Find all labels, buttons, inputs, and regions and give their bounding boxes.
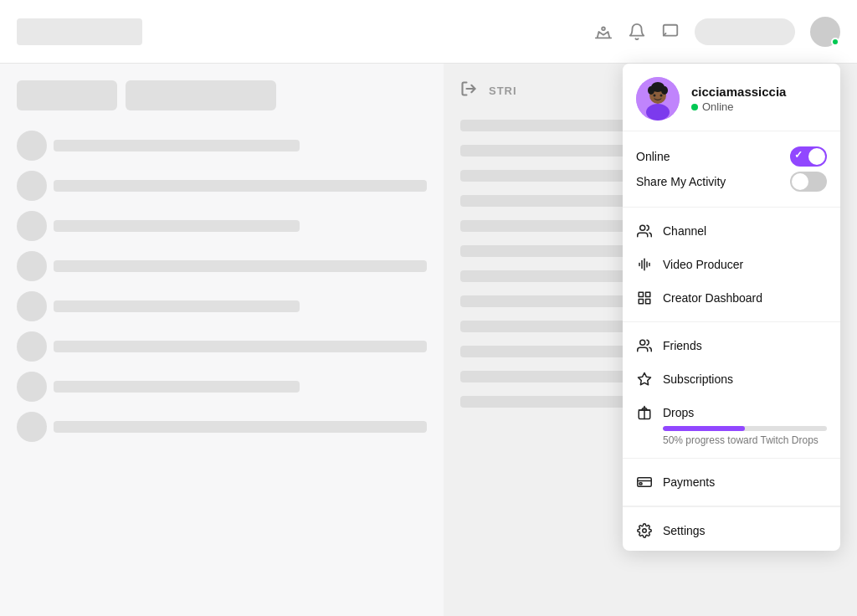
activity-toggle[interactable] (790, 172, 827, 192)
channel-avatar (17, 251, 47, 281)
svg-point-11 (640, 225, 645, 230)
sidebar (0, 64, 444, 616)
channel-name (54, 341, 427, 352)
list-item[interactable] (17, 330, 427, 363)
bell-icon[interactable] (628, 23, 646, 41)
payments-label: Payments (663, 475, 715, 489)
drops-progress-bg (663, 426, 827, 431)
channel-menu-item[interactable]: Channel (623, 214, 840, 248)
user-dropdown: cicciamassiccia Online Online Share My A… (623, 64, 840, 551)
toggle-knob (792, 173, 808, 190)
svg-point-21 (640, 340, 645, 345)
svg-rect-26 (639, 483, 642, 485)
payments-menu-item[interactable]: Payments (623, 465, 840, 499)
channel-avatar (17, 291, 47, 321)
svg-point-4 (646, 104, 670, 121)
drops-menu-item[interactable]: Drops (623, 396, 840, 424)
channel-name (54, 381, 300, 393)
list-item[interactable] (17, 290, 427, 323)
sign-out-icon[interactable] (460, 80, 477, 101)
social-menu-section: Friends Subscriptions (623, 322, 840, 459)
payments-icon (636, 474, 653, 490)
online-toggle-label: Online (636, 150, 670, 163)
header-icons (594, 17, 840, 47)
channel-avatar (17, 372, 47, 402)
header-avatar[interactable] (810, 17, 840, 47)
payments-menu-section: Payments (623, 459, 840, 506)
svg-rect-19 (639, 300, 643, 304)
list-item[interactable] (17, 209, 427, 243)
list-item[interactable] (17, 410, 427, 444)
list-item[interactable] (17, 249, 427, 283)
settings-section: Settings (623, 506, 840, 551)
channel-name (54, 421, 427, 433)
friends-label: Friends (663, 339, 702, 352)
dropdown-header: cicciamassiccia Online (623, 64, 840, 131)
svg-rect-20 (646, 300, 650, 304)
channel-avatar (17, 211, 47, 241)
friends-menu-item[interactable]: Friends (623, 329, 840, 362)
video-producer-menu-item[interactable]: Video Producer (623, 248, 840, 281)
dropdown-status-text: Online (702, 100, 734, 113)
list-item[interactable] (17, 370, 427, 403)
dropdown-avatar (636, 77, 680, 121)
sidebar-top-buttons (17, 80, 427, 110)
status-dot (691, 104, 698, 110)
activity-toggle-row: Share My Activity (636, 172, 827, 192)
drops-label: Drops (663, 406, 694, 419)
channel-avatar (17, 131, 47, 161)
online-toggle[interactable] (790, 146, 827, 167)
settings-menu-item[interactable]: Settings (623, 514, 840, 547)
channel-avatar (17, 412, 47, 442)
drops-progress-fill (663, 426, 745, 431)
creator-dashboard-label: Creator Dashboard (663, 291, 762, 305)
sidebar-button-1[interactable] (17, 80, 117, 110)
channel-name (54, 180, 427, 192)
settings-label: Settings (663, 524, 706, 537)
creator-dashboard-menu-item[interactable]: Creator Dashboard (623, 281, 840, 315)
activity-toggle-label: Share My Activity (636, 175, 726, 188)
svg-point-9 (654, 95, 656, 97)
logo[interactable] (17, 18, 142, 45)
search-placeholder (695, 18, 795, 45)
dropdown-user-info: cicciamassiccia Online (691, 85, 786, 113)
drops-progress-text: 50% progress toward Twitch Drops (663, 434, 827, 446)
toggle-section: Online Share My Activity (623, 131, 840, 208)
content-label: STRI (489, 85, 517, 97)
svg-marker-22 (639, 373, 651, 385)
subscriptions-label: Subscriptions (663, 372, 733, 386)
list-item[interactable] (17, 169, 427, 203)
header (0, 0, 857, 64)
online-indicator (831, 38, 839, 46)
svg-point-7 (648, 86, 654, 95)
channel-avatar (17, 331, 47, 362)
svg-point-10 (660, 95, 663, 97)
svg-point-0 (602, 27, 605, 30)
sidebar-button-2[interactable] (126, 80, 276, 110)
channel-name (54, 300, 300, 312)
subscriptions-icon (636, 371, 653, 388)
drops-icon (636, 404, 653, 421)
drops-progress: 50% progress toward Twitch Drops (623, 424, 840, 454)
video-producer-icon (636, 256, 653, 273)
svg-rect-18 (646, 292, 650, 296)
channel-name (54, 140, 300, 151)
toggle-knob (808, 148, 825, 165)
subscriptions-menu-item[interactable]: Subscriptions (623, 362, 840, 396)
crown-icon[interactable] (594, 23, 613, 41)
channel-avatar (17, 171, 47, 201)
svg-point-27 (643, 529, 647, 533)
svg-rect-17 (639, 292, 643, 296)
dropdown-status: Online (691, 100, 786, 113)
channel-icon (636, 223, 653, 239)
online-toggle-row: Online (636, 146, 827, 167)
channel-label: Channel (663, 224, 706, 238)
creator-menu-section: Channel Video Producer (623, 208, 840, 322)
dropdown-username: cicciamassiccia (691, 85, 786, 99)
channel-name (54, 260, 427, 272)
svg-point-8 (661, 86, 668, 95)
list-item[interactable] (17, 129, 427, 162)
video-producer-label: Video Producer (663, 258, 743, 271)
chat-icon[interactable] (661, 23, 680, 41)
channel-name (54, 220, 300, 232)
